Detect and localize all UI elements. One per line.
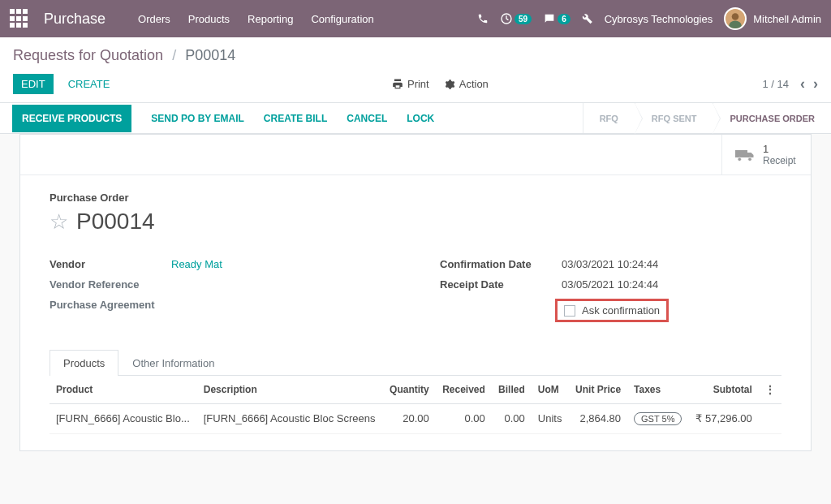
messages-badge: 6 — [558, 14, 571, 24]
confirm-date-label: Confirmation Date — [440, 258, 562, 270]
create-button[interactable]: CREATE — [60, 74, 118, 94]
activities-badge: 59 — [515, 14, 532, 24]
lock-button[interactable]: LOCK — [407, 113, 434, 124]
vendor-value[interactable]: Ready Mat — [171, 258, 222, 270]
col-taxes[interactable]: Taxes — [627, 376, 689, 404]
col-options-icon[interactable]: ⋮ — [759, 376, 781, 404]
navbar-right: 59 6 Cybrosys Technologies Mitchell Admi… — [477, 7, 821, 30]
user-menu[interactable]: Mitchell Admin — [724, 7, 821, 30]
col-product[interactable]: Product — [50, 376, 197, 404]
breadcrumb-separator: / — [172, 47, 176, 63]
col-description[interactable]: Description — [197, 376, 383, 404]
breadcrumb-current: P00014 — [185, 47, 235, 63]
tabs: Products Other Information — [50, 349, 781, 376]
table-row[interactable]: [FURN_6666] Acoustic Blo... [FURN_6666] … — [50, 404, 781, 434]
stage-rfq-sent[interactable]: RFQ SENT — [635, 103, 713, 133]
pager-next[interactable]: › — [813, 75, 818, 93]
receipt-label: Receipt — [763, 155, 796, 166]
col-billed[interactable]: Billed — [492, 376, 532, 404]
button-box: 1 Receipt — [20, 135, 811, 175]
cell-description: [FURN_6666] Acoustic Bloc Screens — [197, 404, 383, 434]
receipt-stat-button[interactable]: 1 Receipt — [721, 135, 811, 174]
cell-unit-price: 2,864.80 — [569, 404, 627, 434]
stage-purchase-order[interactable]: PURCHASE ORDER — [713, 103, 831, 133]
print-button[interactable]: Print — [392, 78, 429, 90]
avatar — [724, 7, 747, 30]
order-lines-table: Product Description Quantity Received Bi… — [50, 376, 781, 434]
activities-icon[interactable]: 59 — [500, 12, 532, 25]
tools-icon[interactable] — [582, 13, 593, 24]
receipt-date-value: 03/05/2021 10:24:44 — [562, 278, 658, 291]
apps-icon[interactable] — [10, 9, 29, 28]
col-quantity[interactable]: Quantity — [383, 376, 436, 404]
cell-quantity: 20.00 — [383, 404, 436, 434]
statusbar: RECEIVE PRODUCTS SEND PO BY EMAIL CREATE… — [0, 103, 831, 134]
company-name[interactable]: Cybrosys Technologies — [605, 13, 713, 25]
page-title-label: Purchase Order — [50, 192, 781, 204]
ask-confirmation-highlight: Ask confirmation — [555, 299, 669, 322]
action-button[interactable]: Action — [444, 78, 489, 90]
receipt-count: 1 — [763, 143, 796, 155]
order-name: P00014 — [76, 209, 155, 235]
cell-billed: 0.00 — [492, 404, 532, 434]
user-name: Mitchell Admin — [753, 13, 821, 25]
svg-point-2 — [732, 13, 739, 20]
cell-subtotal: ₹ 57,296.00 — [689, 404, 759, 434]
phone-icon[interactable] — [477, 13, 489, 24]
create-bill-button[interactable]: CREATE BILL — [264, 113, 327, 124]
cancel-button[interactable]: CANCEL — [347, 113, 387, 124]
edit-button[interactable]: EDIT — [13, 74, 54, 94]
gear-icon — [444, 79, 455, 90]
cell-received: 0.00 — [436, 404, 492, 434]
main-menu: Orders Products Reporting Configuration — [138, 13, 477, 25]
messages-icon[interactable]: 6 — [543, 12, 571, 25]
col-received[interactable]: Received — [436, 376, 492, 404]
receipt-date-label: Receipt Date — [440, 278, 562, 291]
breadcrumb-parent[interactable]: Requests for Quotation — [13, 47, 163, 63]
tab-products[interactable]: Products — [50, 350, 118, 376]
cell-product: [FURN_6666] Acoustic Blo... — [50, 404, 197, 434]
menu-orders[interactable]: Orders — [138, 13, 170, 25]
menu-products[interactable]: Products — [188, 13, 230, 25]
tab-other-info[interactable]: Other Information — [118, 350, 228, 376]
truck-icon — [735, 148, 755, 162]
status-stages: RFQ RFQ SENT PURCHASE ORDER — [583, 103, 831, 133]
control-panel: Requests for Quotation / P00014 EDIT CRE… — [0, 37, 831, 103]
col-uom[interactable]: UoM — [532, 376, 569, 404]
confirm-date-value: 03/03/2021 10:24:44 — [562, 258, 658, 270]
star-icon[interactable]: ☆ — [50, 209, 68, 235]
svg-point-6 — [748, 157, 752, 162]
menu-configuration[interactable]: Configuration — [311, 13, 373, 25]
svg-rect-4 — [735, 150, 747, 157]
col-unit-price[interactable]: Unit Price — [569, 376, 627, 404]
cell-uom: Units — [532, 404, 569, 434]
breadcrumb: Requests for Quotation / P00014 — [13, 47, 818, 64]
svg-point-5 — [738, 157, 742, 162]
vendor-label: Vendor — [50, 258, 171, 270]
form-sheet: 1 Receipt Purchase Order ☆ P00014 Vendor — [19, 134, 812, 451]
ask-confirmation-checkbox[interactable] — [564, 305, 575, 317]
col-subtotal[interactable]: Subtotal — [689, 376, 759, 404]
print-icon — [392, 79, 403, 90]
pager-counter[interactable]: 1 / 14 — [762, 78, 789, 90]
cell-taxes: GST 5% — [627, 404, 689, 434]
pager-prev[interactable]: ‹ — [800, 75, 805, 93]
tax-badge: GST 5% — [634, 412, 682, 425]
vendor-ref-label: Vendor Reference — [50, 278, 171, 291]
app-brand: Purchase — [44, 11, 105, 28]
stage-rfq[interactable]: RFQ — [583, 103, 635, 133]
ask-confirmation-label: Ask confirmation — [582, 304, 660, 317]
agreement-label: Purchase Agreement — [50, 299, 171, 311]
receive-products-button[interactable]: RECEIVE PRODUCTS — [12, 105, 131, 132]
top-navbar: Purchase Orders Products Reporting Confi… — [0, 0, 831, 37]
send-po-button[interactable]: SEND PO BY EMAIL — [151, 113, 243, 124]
menu-reporting[interactable]: Reporting — [248, 13, 293, 25]
